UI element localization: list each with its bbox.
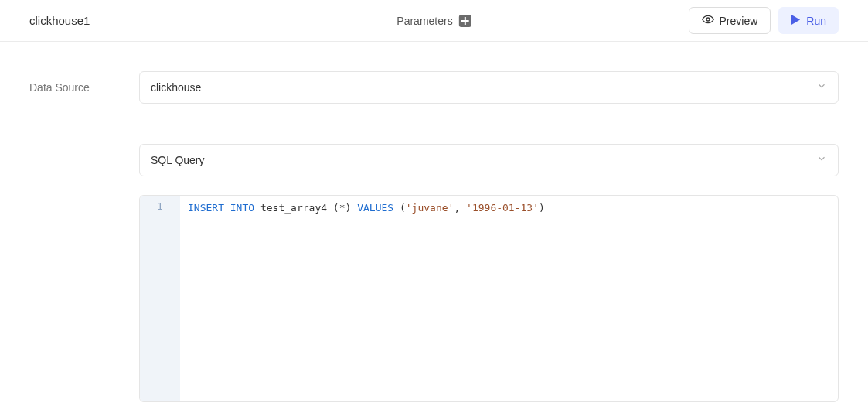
sql-token-str: 'juvane' xyxy=(406,202,454,214)
query-section: SQL Query xyxy=(139,144,839,176)
query-type-select[interactable]: SQL Query xyxy=(139,144,839,176)
svg-point-0 xyxy=(706,18,710,21)
play-icon xyxy=(791,15,801,27)
sql-editor[interactable]: 1 INSERT INTO test_array4 (*) VALUES ('j… xyxy=(139,195,839,402)
parameters-section: Parameters xyxy=(397,15,471,27)
chevron-down-icon xyxy=(816,80,827,94)
line-number: 1 xyxy=(140,200,180,212)
preview-button-label: Preview xyxy=(720,15,758,27)
sql-token-kw: VALUES xyxy=(357,202,393,214)
sql-token-ident: test_array4 xyxy=(260,202,327,214)
parameters-label: Parameters xyxy=(397,15,452,27)
plus-icon xyxy=(461,17,469,25)
sql-token-punct: ) xyxy=(539,202,545,214)
resource-name[interactable]: clickhouse1 xyxy=(29,14,90,27)
header-bar: clickhouse1 Parameters Preview Run xyxy=(0,0,868,42)
datasource-label: Data Source xyxy=(29,81,139,94)
chevron-down-icon xyxy=(816,153,827,167)
datasource-select[interactable]: clickhouse xyxy=(139,71,839,104)
datasource-value: clickhouse xyxy=(151,81,201,94)
run-button[interactable]: Run xyxy=(778,7,839,34)
eye-icon xyxy=(702,13,714,28)
sql-token-str: '1996-01-13' xyxy=(466,202,539,214)
sql-token-punct: , xyxy=(454,202,460,214)
preview-button[interactable]: Preview xyxy=(689,7,771,34)
sql-token-punct: ( xyxy=(400,202,406,214)
sql-token-punct: (*) xyxy=(333,202,351,214)
code-area[interactable]: INSERT INTO test_array4 (*) VALUES ('juv… xyxy=(180,196,838,401)
content-area: Data Source clickhouse SQL Query 1 INSER… xyxy=(0,42,868,410)
sql-token-kw: INSERT xyxy=(188,202,224,214)
query-type-value: SQL Query xyxy=(151,154,205,166)
datasource-row: Data Source clickhouse xyxy=(29,71,839,104)
run-button-label: Run xyxy=(806,15,826,27)
header-actions: Preview Run xyxy=(689,7,839,34)
sql-token-kw: INTO xyxy=(230,202,254,214)
editor-gutter: 1 xyxy=(140,196,180,401)
add-parameter-button[interactable] xyxy=(459,15,471,27)
